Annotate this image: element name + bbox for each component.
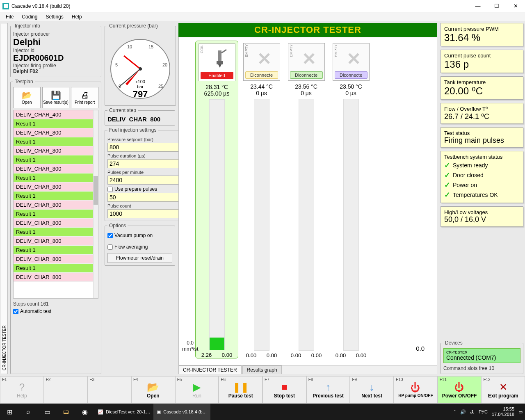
taskbar-task-cascade[interactable]: ▣Cascade v0.18.4 (b… [153,404,210,420]
menu-coding[interactable]: Coding [18,14,41,20]
tray-chevron-icon[interactable]: ˄ [454,409,456,415]
app-icon: 📈 [98,409,103,415]
injector-info-box: Injector info Injector producer Delphi I… [10,23,101,77]
menu-file[interactable]: File [2,14,18,20]
maximize-button[interactable]: ☐ [487,0,506,12]
f7-stop[interactable]: F7■Stop test [262,376,306,404]
tray-clock[interactable]: 15:55 17.04.2018 [492,406,514,417]
menu-help[interactable]: Help [68,14,86,20]
gauge-value: 797 [133,89,148,100]
f3[interactable]: F3 [87,376,131,404]
injector-bar [209,99,225,350]
flowmeter-reset-button[interactable]: Flowmeter reset/drain [107,253,172,263]
injector-icon: ✕ [340,46,368,71]
f9-next[interactable]: F9↓Next test [350,376,394,404]
f5-run[interactable]: F5▶Run [175,376,219,404]
injector-temperature: 23.44 °C [250,83,273,90]
testplan-item[interactable]: Result 1 [14,210,93,219]
f4-open[interactable]: F4📂Open [131,376,175,404]
side-tab-tester[interactable]: CR-INJECTOR TESTER [1,23,8,374]
injector-card[interactable]: EMPTY✕Diconnecte [288,43,325,81]
app-icon [2,3,9,9]
automatic-test-checkbox[interactable]: Automatic test [13,308,98,314]
injector-card[interactable]: EMPTY✕Diconnecte [243,43,280,81]
close-button[interactable]: ✕ [506,0,525,12]
testplan-item[interactable]: DELIV_CHAR_800 [14,273,93,282]
injector-temperature: 23.56 °C [295,83,317,90]
current-step-box: Current step DELIV_CHAR_800 [105,107,175,126]
testplan-item[interactable]: DELIV_CHAR_800 [14,128,93,137]
testplan-item[interactable]: DELIV_CHAR_800 [14,146,93,155]
f2[interactable]: F2 [44,376,88,404]
system-status-row: ✓Temperatures OK [444,190,520,199]
injector-card[interactable]: EMPTY✕Diconnecte [333,43,370,81]
arrow-up-icon: ↑ [326,382,331,392]
testplan-item[interactable]: Result 1 [14,155,93,164]
flow-temp-box: Flow / Overflow T⁰ 26.7 / 24.1 ⁰C [441,103,523,124]
f6-pause[interactable]: F6❚❚Pause test [219,376,262,404]
minimize-button[interactable]: — [468,0,487,12]
open-button[interactable]: 📂Open [13,87,41,108]
file-explorer-icon[interactable]: 🗂 [57,404,75,420]
testplan-item[interactable]: DELIV_CHAR_800 [14,183,93,192]
testplan-item[interactable]: DELIV_CHAR_800 [14,164,93,173]
f12-exit[interactable]: F12✕Exit program [481,376,525,404]
testplan-list[interactable]: DELIV_CHAR_400Result 1DELIV_CHAR_800Resu… [13,110,98,299]
tray-notifications-icon[interactable]: ▭ [518,409,523,415]
chrome-icon[interactable]: ◉ [75,404,94,420]
testplan-item[interactable]: Result 1 [14,192,93,201]
testplan-item[interactable]: Result 1 [14,119,93,128]
testplan-item[interactable]: DELIV_CHAR_800 [14,237,93,246]
testplan-item[interactable]: DELIV_CHAR_400 [14,110,93,119]
testplan-item[interactable]: Result 1 [14,246,93,255]
steps-count: Steps count 161 [13,301,98,307]
injector-status: Diconnecte [245,71,278,79]
injector-pulse: 0 µs [301,90,312,96]
scrollbar[interactable] [93,110,98,298]
print-report-button[interactable]: 🖨Print report [71,87,98,108]
testplan-item[interactable]: DELIV_CHAR_800 [14,255,93,264]
profile-label: Injector firing profile [13,63,98,68]
save-results-button[interactable]: 💾Save result(s) [42,87,70,108]
search-icon[interactable]: ⌕ [19,404,38,420]
testplan-item[interactable]: Result 1 [14,173,93,183]
f10-hp-pump[interactable]: F10⏻HP pump ON/OFF [394,376,438,404]
injector-temperature: 23.50 °C [340,83,362,90]
pulse-duration-input[interactable] [107,159,183,168]
testplan-item[interactable]: DELIV_CHAR_800 [14,219,93,228]
svg-text:10: 10 [127,44,132,49]
flow-avg-checkbox[interactable]: Flow averaging [107,244,172,250]
devices-box: Devices CR-TESTER Connected (COM7) Comma… [441,340,523,374]
window-title: Cascade v0.18.4 (build 20) [11,3,468,9]
start-button[interactable]: ⊞ [0,404,19,420]
pressure-input[interactable] [107,143,183,152]
f11-power[interactable]: F11⏻Power ON/OFF [438,376,482,404]
testplan-item[interactable]: Result 1 [14,137,93,146]
tab-results-graph[interactable]: Results graph [242,365,282,374]
svg-rect-13 [218,50,221,63]
ppm-input[interactable] [107,176,183,185]
scrollbar-thumb[interactable] [94,176,98,205]
taskbar-task-dieseltest[interactable]: 📈DieselTest ver: 20-1… [94,404,153,420]
injector-icon: ✕ [251,46,278,71]
injector-card[interactable]: COILEnabled [199,43,235,81]
tray-volume-icon[interactable]: 🔊 [460,409,466,415]
testplan-item[interactable]: Result 1 [14,264,93,273]
y-axis: 0.0 mm³/st [182,43,194,352]
tray-network-icon[interactable]: 🖧 [470,409,475,414]
tab-tester[interactable]: CR-INJECTOR TESTER [178,365,242,374]
pulse-count-input[interactable] [107,209,183,218]
options-box: Options Vacuum pump on Flow averaging Fl… [105,223,175,266]
injector-icon [206,46,233,72]
testplan-item[interactable]: DELIV_CHAR_800 [14,201,93,210]
task-view-icon[interactable]: ▭ [38,404,57,420]
prepare-input[interactable] [107,193,183,202]
gauge-legend: Current pressure (bar) [107,23,160,29]
tray-language[interactable]: РУС [479,409,488,414]
menu-settings[interactable]: Settings [41,14,67,20]
test-status-box: Test status Firing main pulses [441,127,523,148]
f8-prev[interactable]: F8↑Previous test [306,376,350,404]
f1-help[interactable]: F1?Help [0,376,44,404]
testplan-item[interactable]: Result 1 [14,228,93,237]
vacuum-checkbox[interactable]: Vacuum pump on [107,233,172,238]
